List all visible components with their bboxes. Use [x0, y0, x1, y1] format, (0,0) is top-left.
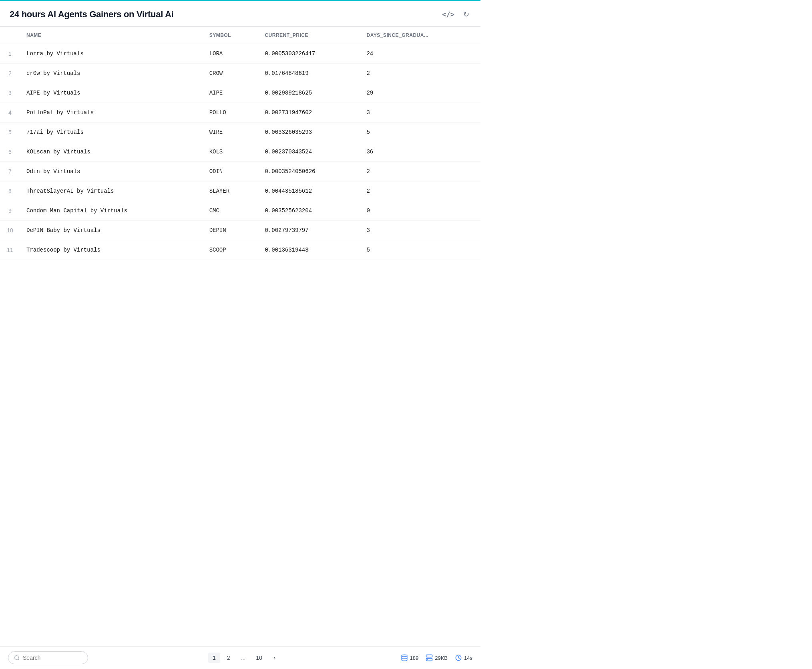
svg-point-2 — [402, 655, 407, 657]
cell-num: 11 — [0, 240, 20, 260]
timer-icon — [455, 654, 462, 661]
refresh-icon: ↻ — [463, 10, 469, 19]
cell-symbol: ODIN — [203, 162, 259, 181]
cell-name: cr0w by Virtuals — [20, 64, 203, 83]
table-container: NAME SYMBOL CURRENT_PRICE DAYS_SINCE_GRA… — [0, 26, 480, 646]
cell-symbol: CROW — [203, 64, 259, 83]
cell-days: 36 — [360, 142, 480, 162]
cell-price: 0.002989218625 — [258, 83, 360, 103]
code-icon: </> — [442, 10, 454, 18]
cell-num: 1 — [0, 44, 20, 64]
cell-days: 29 — [360, 83, 480, 103]
rows-stat: 189 — [401, 654, 419, 661]
table-row: 7 Odin by Virtuals ODIN 0.0003524050626 … — [0, 162, 480, 181]
cell-price: 0.003326035293 — [258, 123, 360, 142]
cell-days: 5 — [360, 123, 480, 142]
cell-name: PolloPal by Virtuals — [20, 103, 203, 123]
cell-symbol: SCOOP — [203, 240, 259, 260]
cell-num: 4 — [0, 103, 20, 123]
search-icon — [14, 655, 20, 661]
col-header-symbol: SYMBOL — [203, 27, 259, 44]
search-box[interactable] — [8, 651, 88, 664]
table-row: 2 cr0w by Virtuals CROW 0.01764848619 2 — [0, 64, 480, 83]
cell-price: 0.01764848619 — [258, 64, 360, 83]
pagination: 1 2 ... 10 › — [208, 653, 281, 663]
cell-name: DePIN Baby by Virtuals — [20, 221, 203, 240]
cell-symbol: AIPE — [203, 83, 259, 103]
cell-num: 3 — [0, 83, 20, 103]
cell-price: 0.0003524050626 — [258, 162, 360, 181]
storage-icon — [426, 654, 433, 661]
table-header-row: NAME SYMBOL CURRENT_PRICE DAYS_SINCE_GRA… — [0, 27, 480, 44]
table-row: 8 ThreatSlayerAI by Virtuals SLAYER 0.00… — [0, 181, 480, 201]
cell-name: AIPE by Virtuals — [20, 83, 203, 103]
database-icon — [401, 654, 408, 661]
cell-num: 9 — [0, 201, 20, 221]
col-header-num — [0, 27, 20, 44]
table-row: 1 Lorra by Virtuals LORA 0.0005303226417… — [0, 44, 480, 64]
page-1-button[interactable]: 1 — [208, 653, 220, 663]
cell-name: KOLscan by Virtuals — [20, 142, 203, 162]
cell-num: 2 — [0, 64, 20, 83]
cell-name: Lorra by Virtuals — [20, 44, 203, 64]
cell-symbol: POLLO — [203, 103, 259, 123]
size-value: 29KB — [435, 655, 448, 661]
cell-symbol: CMC — [203, 201, 259, 221]
cell-price: 0.00279739797 — [258, 221, 360, 240]
table-row: 3 AIPE by Virtuals AIPE 0.002989218625 2… — [0, 83, 480, 103]
cell-days: 24 — [360, 44, 480, 64]
page-title: 24 hours AI Agents Gainers on Virtual Ai — [10, 9, 173, 20]
table-row: 4 PolloPal by Virtuals POLLO 0.002731947… — [0, 103, 480, 123]
col-header-price: CURRENT_PRICE — [258, 27, 360, 44]
cell-days: 2 — [360, 162, 480, 181]
cell-days: 5 — [360, 240, 480, 260]
refresh-button[interactable]: ↻ — [462, 8, 471, 20]
app-container: 24 hours AI Agents Gainers on Virtual Ai… — [0, 0, 480, 669]
table-row: 11 Tradescoop by Virtuals SCOOP 0.001363… — [0, 240, 480, 260]
table-row: 10 DePIN Baby by Virtuals DEPIN 0.002797… — [0, 221, 480, 240]
cell-num: 5 — [0, 123, 20, 142]
col-header-days: DAYS_SINCE_GRADUA... — [360, 27, 480, 44]
cell-price: 0.002731947602 — [258, 103, 360, 123]
cell-symbol: WIRE — [203, 123, 259, 142]
cell-symbol: KOLS — [203, 142, 259, 162]
cell-symbol: DEPIN — [203, 221, 259, 240]
header: 24 hours AI Agents Gainers on Virtual Ai… — [0, 1, 480, 26]
cell-price: 0.003525623204 — [258, 201, 360, 221]
cell-num: 7 — [0, 162, 20, 181]
table-row: 5 717ai by Virtuals WIRE 0.003326035293 … — [0, 123, 480, 142]
page-2-button[interactable]: 2 — [223, 653, 235, 663]
page-next-button[interactable]: › — [269, 653, 281, 663]
time-value: 14s — [464, 655, 472, 661]
footer: 1 2 ... 10 › 189 — [0, 646, 480, 669]
cell-days: 3 — [360, 221, 480, 240]
cell-days: 2 — [360, 181, 480, 201]
cell-name: Odin by Virtuals — [20, 162, 203, 181]
page-10-button[interactable]: 10 — [252, 653, 266, 663]
rows-count: 189 — [410, 655, 419, 661]
cell-name: Tradescoop by Virtuals — [20, 240, 203, 260]
cell-symbol: SLAYER — [203, 181, 259, 201]
cell-symbol: LORA — [203, 44, 259, 64]
cell-price: 0.0005303226417 — [258, 44, 360, 64]
search-input[interactable] — [23, 655, 82, 661]
cell-days: 0 — [360, 201, 480, 221]
cell-num: 8 — [0, 181, 20, 201]
cell-name: ThreatSlayerAI by Virtuals — [20, 181, 203, 201]
cell-name: 717ai by Virtuals — [20, 123, 203, 142]
footer-stats: 189 29KB 14s — [401, 654, 472, 661]
table-row: 9 Condom Man Capital by Virtuals CMC 0.0… — [0, 201, 480, 221]
table-body: 1 Lorra by Virtuals LORA 0.0005303226417… — [0, 44, 480, 260]
cell-price: 0.002370343524 — [258, 142, 360, 162]
svg-line-1 — [18, 659, 19, 660]
col-header-name: NAME — [20, 27, 203, 44]
pagination-ellipsis: ... — [237, 653, 250, 663]
cell-num: 6 — [0, 142, 20, 162]
cell-days: 2 — [360, 64, 480, 83]
cell-price: 0.00136319448 — [258, 240, 360, 260]
data-table: NAME SYMBOL CURRENT_PRICE DAYS_SINCE_GRA… — [0, 26, 480, 260]
cell-num: 10 — [0, 221, 20, 240]
cell-price: 0.004435185612 — [258, 181, 360, 201]
code-button[interactable]: </> — [440, 9, 456, 20]
cell-name: Condom Man Capital by Virtuals — [20, 201, 203, 221]
